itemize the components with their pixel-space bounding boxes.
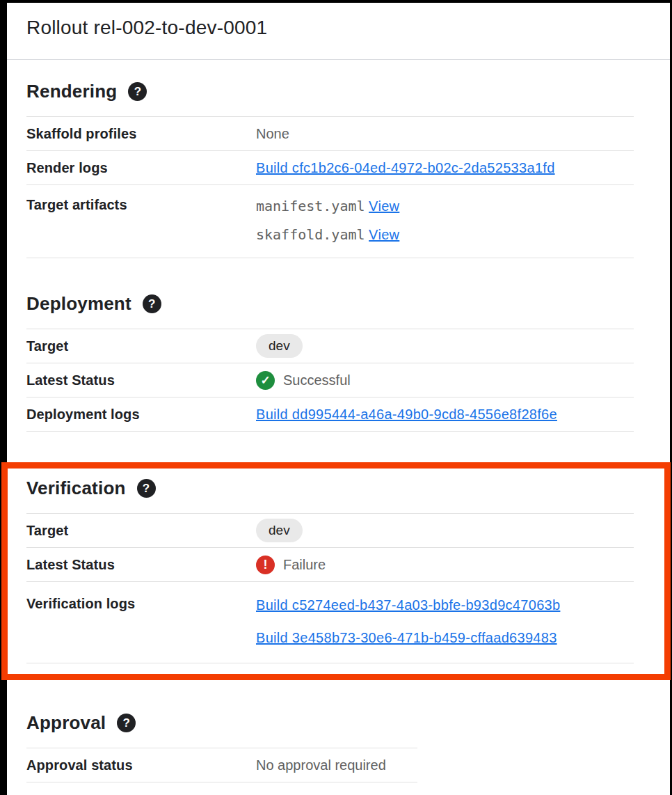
table-row: Approval status No approval required xyxy=(26,748,417,782)
approval-table: Approval status No approval required xyxy=(26,748,417,782)
deployment-heading: Deployment xyxy=(26,293,131,315)
verification-logs-build-link[interactable]: Build c5274eed-b437-4a03-bbfe-b93d9c4706… xyxy=(256,589,634,622)
verification-heading: Verification xyxy=(26,478,126,499)
help-icon[interactable]: ? xyxy=(128,82,147,101)
deployment-heading-row: Deployment ? xyxy=(26,293,634,315)
table-row: Latest Status ✓ Successful xyxy=(26,363,634,398)
table-row: Deployment logs Build dd995444-a46a-49b0… xyxy=(26,398,634,432)
row-label: Target artifacts xyxy=(26,192,256,213)
deployment-table: Target dev Latest Status ✓ Successful De… xyxy=(26,329,634,432)
rendering-heading: Rendering xyxy=(26,81,117,102)
row-label: Render logs xyxy=(26,160,256,176)
page-body: Rendering ? Skaffold profiles None Rende… xyxy=(0,81,672,782)
section-rendering: Rendering ? Skaffold profiles None Rende… xyxy=(26,81,634,258)
artifact-filename: manifest.yaml xyxy=(256,198,365,214)
table-row: Verification logs Build c5274eed-b437-4a… xyxy=(26,582,634,663)
rendering-heading-row: Rendering ? xyxy=(26,81,634,102)
help-icon[interactable]: ? xyxy=(117,714,136,732)
row-label: Verification logs xyxy=(26,589,256,612)
table-row: Latest Status ! Failure xyxy=(26,548,634,582)
table-row: Target dev xyxy=(26,329,634,363)
page-title: Rollout rel-002-to-dev-0001 xyxy=(26,17,634,39)
row-label: Target xyxy=(26,338,256,354)
status-text: Failure xyxy=(283,557,326,573)
status-badge: ! Failure xyxy=(256,556,634,574)
artifact-view-link[interactable]: View xyxy=(369,198,399,214)
table-row: Target dev xyxy=(26,514,634,548)
skaffold-profiles-value: None xyxy=(256,126,634,142)
approval-heading: Approval xyxy=(26,712,106,734)
table-row: Render logs Build cfc1b2c6-04ed-4972-b02… xyxy=(26,151,634,185)
rendering-table: Skaffold profiles None Render logs Build… xyxy=(26,116,634,258)
render-logs-build-link[interactable]: Build cfc1b2c6-04ed-4972-b02c-2da52533a1… xyxy=(256,160,555,175)
row-label: Latest Status xyxy=(26,372,256,388)
verification-logs-build-link[interactable]: Build 3e458b73-30e6-471b-b459-cffaad6394… xyxy=(256,622,634,654)
row-label: Target xyxy=(26,523,256,539)
row-label: Skaffold profiles xyxy=(26,126,256,142)
row-label: Latest Status xyxy=(26,557,256,573)
help-icon[interactable]: ? xyxy=(143,294,161,313)
check-circle-icon: ✓ xyxy=(256,371,275,390)
help-icon[interactable]: ? xyxy=(137,479,156,498)
table-row: Target artifacts manifest.yaml View skaf… xyxy=(26,185,634,258)
artifact-filename: skaffold.yaml xyxy=(256,226,365,243)
status-text: Successful xyxy=(283,372,351,388)
page-header: Rollout rel-002-to-dev-0001 xyxy=(0,0,672,60)
section-verification: Verification ? Target dev Latest Status … xyxy=(26,478,634,663)
verification-heading-row: Verification ? xyxy=(26,478,634,499)
target-chip: dev xyxy=(256,334,303,358)
approval-status-value: No approval required xyxy=(256,757,417,773)
row-label: Approval status xyxy=(26,757,256,773)
approval-heading-row: Approval ? xyxy=(26,712,634,734)
section-deployment: Deployment ? Target dev Latest Status ✓ … xyxy=(26,293,634,432)
error-circle-icon: ! xyxy=(256,556,275,574)
deployment-logs-build-link[interactable]: Build dd995444-a46a-49b0-9cd8-4556e8f28f… xyxy=(256,407,557,422)
verification-table: Target dev Latest Status ! Failure xyxy=(26,513,634,663)
section-approval: Approval ? Approval status No approval r… xyxy=(26,712,634,782)
artifact-line: manifest.yaml View xyxy=(256,192,634,221)
artifact-view-link[interactable]: View xyxy=(369,227,399,242)
screenshot-edge-top xyxy=(0,0,672,3)
status-badge: ✓ Successful xyxy=(256,371,634,390)
artifact-line: skaffold.yaml View xyxy=(256,221,634,249)
target-chip: dev xyxy=(256,519,303,542)
table-row: Skaffold profiles None xyxy=(26,117,634,151)
verification-highlight-box: Verification ? Target dev Latest Status … xyxy=(1,462,671,680)
row-label: Deployment logs xyxy=(26,407,256,423)
